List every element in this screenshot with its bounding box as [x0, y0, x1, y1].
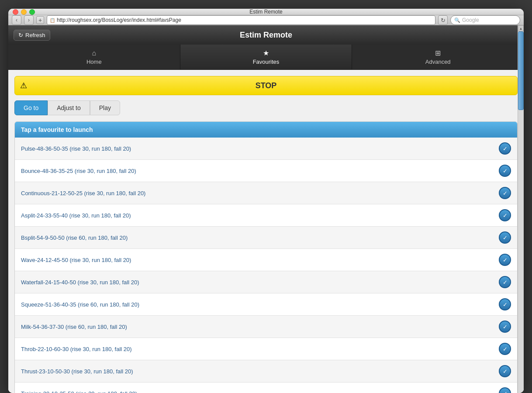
tab-favourites-label: Favourites — [253, 59, 280, 65]
scrollbar-track[interactable]: ▲ ▼ — [518, 25, 524, 393]
tab-favourites[interactable]: ★ Favourites — [180, 45, 352, 69]
content-area: ⚠ STOP Go to Adjust to Play Tap a favour… — [8, 70, 524, 393]
list-item-label: Thrust-23-10-50-30 (rise 30, run 180, fa… — [21, 368, 133, 375]
url-icon: 📋 — [50, 18, 55, 23]
minimize-button[interactable] — [21, 9, 27, 15]
list-item-label: Pulse-48-36-50-35 (rise 30, run 180, fal… — [21, 145, 131, 152]
action-tab-play[interactable]: Play — [90, 100, 120, 115]
list-item-label: Bounce-48-36-35-25 (rise 30, run 180, fa… — [21, 168, 136, 174]
scrollbar-up-button[interactable]: ▲ — [518, 25, 524, 31]
zoom-button[interactable] — [29, 9, 35, 15]
list-item-label: Waterfall-24-15-40-50 (rise 30, run 180,… — [21, 279, 139, 286]
list-item-label: Asplit-24-33-55-40 (rise 30, run 180, fa… — [21, 212, 131, 219]
favourite-check-button[interactable]: ✓ — [499, 231, 511, 244]
stop-banner[interactable]: ⚠ STOP — [14, 76, 518, 95]
tab-home[interactable]: ⌂ Home — [8, 45, 180, 69]
list-item[interactable]: Pulse-48-36-50-35 (rise 30, run 180, fal… — [15, 138, 517, 160]
stop-text: STOP — [256, 81, 277, 90]
favourite-check-button[interactable]: ✓ — [499, 365, 511, 377]
action-tab-goto[interactable]: Go to — [14, 100, 48, 115]
search-bar[interactable]: 🔍 Google — [450, 15, 520, 25]
nav-tabs: ⌂ Home ★ Favourites ⊞ Advanced — [8, 45, 524, 70]
favourite-check-button[interactable]: ✓ — [499, 387, 511, 393]
list-item-label: Continuous-21-12-50-25 (rise 30, run 180… — [21, 190, 145, 196]
forward-button[interactable]: › — [24, 15, 34, 25]
add-tab-button[interactable]: + — [36, 16, 44, 24]
list-item[interactable]: Waterfall-24-15-40-50 (rise 30, run 180,… — [15, 271, 517, 293]
list-item-label: Training-28-10-25-50 (rise 30, run 180, … — [21, 390, 137, 393]
tab-home-label: Home — [86, 59, 102, 65]
list-item[interactable]: Thrust-23-10-50-30 (rise 30, run 180, fa… — [15, 360, 517, 383]
refresh-icon: ↻ — [18, 32, 23, 38]
favourite-check-button[interactable]: ✓ — [499, 209, 511, 221]
search-placeholder: Google — [462, 17, 479, 23]
close-button[interactable] — [13, 9, 18, 15]
favourites-list: Tap a favourite to launch Pulse-48-36-50… — [14, 121, 518, 393]
back-button[interactable]: ‹ — [12, 15, 21, 25]
app-title: Estim Remote — [240, 31, 292, 40]
list-item[interactable]: Training-28-10-25-50 (rise 30, run 180, … — [15, 383, 517, 393]
browser-content: ↻ Refresh Estim Remote ⌂ Home ★ Favourit… — [8, 25, 524, 393]
refresh-button[interactable]: ↻ Refresh — [14, 30, 50, 41]
refresh-label: Refresh — [25, 32, 45, 38]
favourites-icon: ★ — [263, 49, 269, 57]
url-bar[interactable]: 📋 http://roughsex.org/BossLog/esr/index.… — [47, 15, 435, 25]
favourite-check-button[interactable]: ✓ — [499, 254, 511, 266]
list-item-label: Milk-54-36-37-30 (rise 60, run 180, fall… — [21, 324, 127, 330]
list-item-label: Throb-22-10-60-30 (rise 30, run 180, fal… — [21, 346, 132, 352]
browser-title: Estim Remote — [249, 9, 282, 15]
list-item[interactable]: Throb-22-10-60-30 (rise 30, run 180, fal… — [15, 338, 517, 360]
favourite-check-button[interactable]: ✓ — [499, 298, 511, 310]
app-header: ↻ Refresh Estim Remote — [8, 25, 524, 45]
advanced-icon: ⊞ — [435, 49, 441, 57]
traffic-lights — [13, 9, 35, 15]
list-item-label: Bsplit-54-9-50-50 (rise 60, run 180, fal… — [21, 234, 128, 241]
list-item-label: Squeeze-51-36-40-35 (rise 60, run 180, f… — [21, 301, 139, 308]
scrollbar-thumb[interactable] — [518, 31, 524, 110]
list-item[interactable]: Milk-54-36-37-30 (rise 60, run 180, fall… — [15, 316, 517, 338]
list-item[interactable]: Asplit-24-33-55-40 (rise 30, run 180, fa… — [15, 204, 517, 227]
list-item[interactable]: Wave-24-12-45-50 (rise 30, run 180, fall… — [15, 249, 517, 271]
browser-toolbar: ‹ › + 📋 http://roughsex.org/BossLog/esr/… — [8, 15, 524, 25]
browser-titlebar: Estim Remote — [8, 9, 524, 15]
list-item[interactable]: Bounce-48-36-35-25 (rise 30, run 180, fa… — [15, 160, 517, 182]
search-icon: 🔍 — [454, 17, 460, 23]
action-tab-adjustto[interactable]: Adjust to — [48, 100, 90, 115]
warning-icon: ⚠ — [20, 81, 27, 90]
favourite-check-button[interactable]: ✓ — [499, 142, 511, 155]
favourite-check-button[interactable]: ✓ — [499, 187, 511, 199]
favourite-check-button[interactable]: ✓ — [499, 321, 511, 333]
list-item[interactable]: Squeeze-51-36-40-35 (rise 60, run 180, f… — [15, 293, 517, 316]
url-text: http://roughsex.org/BossLog/esr/index.ht… — [57, 17, 181, 23]
tab-advanced-label: Advanced — [425, 59, 451, 65]
tab-advanced[interactable]: ⊞ Advanced — [352, 45, 524, 69]
favourite-check-button[interactable]: ✓ — [499, 165, 511, 177]
favourite-check-button[interactable]: ✓ — [499, 343, 511, 355]
reload-button[interactable]: ↻ — [438, 15, 448, 25]
browser-window: Estim Remote ‹ › + 📋 http://roughsex.org… — [8, 9, 524, 393]
list-item-label: Wave-24-12-45-50 (rise 30, run 180, fall… — [21, 257, 131, 263]
favourite-check-button[interactable]: ✓ — [499, 276, 511, 288]
action-tabs: Go to Adjust to Play — [14, 100, 518, 115]
list-item[interactable]: Continuous-21-12-50-25 (rise 30, run 180… — [15, 182, 517, 204]
list-header: Tap a favourite to launch — [15, 122, 517, 138]
home-icon: ⌂ — [92, 49, 97, 57]
list-item[interactable]: Bsplit-54-9-50-50 (rise 60, run 180, fal… — [15, 227, 517, 249]
